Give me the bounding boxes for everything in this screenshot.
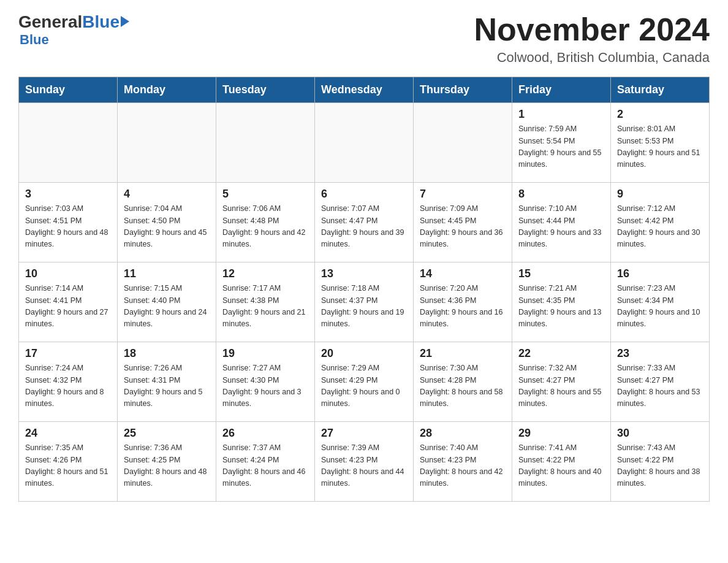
day-info: Sunrise: 7:27 AM Sunset: 4:30 PM Dayligh… bbox=[222, 362, 308, 410]
week-row-1: 1Sunrise: 7:59 AM Sunset: 5:54 PM Daylig… bbox=[19, 103, 710, 183]
logo-triangle-icon bbox=[121, 16, 129, 27]
title-block: November 2024 Colwood, British Columbia,… bbox=[474, 12, 710, 66]
day-number: 17 bbox=[25, 347, 111, 360]
day-number: 30 bbox=[617, 427, 703, 440]
calendar-table: SundayMondayTuesdayWednesdayThursdayFrid… bbox=[18, 77, 710, 502]
day-info: Sunrise: 7:59 AM Sunset: 5:54 PM Dayligh… bbox=[518, 123, 604, 171]
calendar-cell: 5Sunrise: 7:06 AM Sunset: 4:48 PM Daylig… bbox=[216, 183, 315, 262]
logo: General Blue Blue bbox=[18, 12, 129, 48]
calendar-cell: 30Sunrise: 7:43 AM Sunset: 4:22 PM Dayli… bbox=[611, 422, 710, 502]
day-info: Sunrise: 7:29 AM Sunset: 4:29 PM Dayligh… bbox=[321, 362, 407, 410]
day-info: Sunrise: 7:14 AM Sunset: 4:41 PM Dayligh… bbox=[25, 283, 111, 331]
calendar-cell bbox=[216, 103, 315, 183]
calendar-cell bbox=[19, 103, 118, 183]
calendar-cell: 26Sunrise: 7:37 AM Sunset: 4:24 PM Dayli… bbox=[216, 422, 315, 502]
day-info: Sunrise: 7:09 AM Sunset: 4:45 PM Dayligh… bbox=[420, 203, 506, 251]
day-number: 11 bbox=[124, 267, 210, 280]
calendar-header-saturday: Saturday bbox=[611, 77, 710, 103]
day-number: 22 bbox=[518, 347, 604, 360]
calendar-cell: 20Sunrise: 7:29 AM Sunset: 4:29 PM Dayli… bbox=[315, 342, 414, 422]
calendar-cell: 10Sunrise: 7:14 AM Sunset: 4:41 PM Dayli… bbox=[19, 262, 118, 342]
day-number: 10 bbox=[25, 267, 111, 280]
calendar-cell: 4Sunrise: 7:04 AM Sunset: 4:50 PM Daylig… bbox=[118, 183, 216, 262]
day-number: 25 bbox=[124, 427, 210, 440]
calendar-cell: 25Sunrise: 7:36 AM Sunset: 4:25 PM Dayli… bbox=[118, 422, 216, 502]
day-number: 9 bbox=[617, 188, 703, 201]
calendar-cell: 1Sunrise: 7:59 AM Sunset: 5:54 PM Daylig… bbox=[512, 103, 611, 183]
week-row-3: 10Sunrise: 7:14 AM Sunset: 4:41 PM Dayli… bbox=[19, 262, 710, 342]
day-info: Sunrise: 7:35 AM Sunset: 4:26 PM Dayligh… bbox=[25, 442, 111, 490]
day-number: 1 bbox=[518, 108, 604, 121]
calendar-cell: 8Sunrise: 7:10 AM Sunset: 4:44 PM Daylig… bbox=[512, 183, 611, 262]
day-info: Sunrise: 7:30 AM Sunset: 4:28 PM Dayligh… bbox=[420, 362, 506, 410]
day-number: 14 bbox=[420, 267, 506, 280]
calendar-cell: 3Sunrise: 7:03 AM Sunset: 4:51 PM Daylig… bbox=[19, 183, 118, 262]
day-info: Sunrise: 7:03 AM Sunset: 4:51 PM Dayligh… bbox=[25, 203, 111, 251]
calendar-cell: 21Sunrise: 7:30 AM Sunset: 4:28 PM Dayli… bbox=[414, 342, 512, 422]
day-number: 8 bbox=[518, 188, 604, 201]
calendar-cell: 11Sunrise: 7:15 AM Sunset: 4:40 PM Dayli… bbox=[118, 262, 216, 342]
day-number: 7 bbox=[420, 188, 506, 201]
day-info: Sunrise: 7:23 AM Sunset: 4:34 PM Dayligh… bbox=[617, 283, 703, 331]
day-info: Sunrise: 7:18 AM Sunset: 4:37 PM Dayligh… bbox=[321, 283, 407, 331]
calendar-header-thursday: Thursday bbox=[414, 77, 512, 103]
calendar-cell: 23Sunrise: 7:33 AM Sunset: 4:27 PM Dayli… bbox=[611, 342, 710, 422]
logo-general: General bbox=[18, 12, 82, 32]
day-info: Sunrise: 7:07 AM Sunset: 4:47 PM Dayligh… bbox=[321, 203, 407, 251]
calendar-cell: 29Sunrise: 7:41 AM Sunset: 4:22 PM Dayli… bbox=[512, 422, 611, 502]
page-header: General Blue Blue November 2024 Colwood,… bbox=[18, 12, 710, 66]
calendar-cell: 15Sunrise: 7:21 AM Sunset: 4:35 PM Dayli… bbox=[512, 262, 611, 342]
day-info: Sunrise: 7:12 AM Sunset: 4:42 PM Dayligh… bbox=[617, 203, 703, 251]
day-number: 5 bbox=[222, 188, 308, 201]
logo-subtitle: Blue bbox=[20, 32, 49, 48]
calendar-cell bbox=[414, 103, 512, 183]
day-info: Sunrise: 7:10 AM Sunset: 4:44 PM Dayligh… bbox=[518, 203, 604, 251]
day-info: Sunrise: 7:39 AM Sunset: 4:23 PM Dayligh… bbox=[321, 442, 407, 490]
calendar-cell: 16Sunrise: 7:23 AM Sunset: 4:34 PM Dayli… bbox=[611, 262, 710, 342]
day-number: 15 bbox=[518, 267, 604, 280]
day-info: Sunrise: 7:26 AM Sunset: 4:31 PM Dayligh… bbox=[124, 362, 210, 410]
calendar-cell: 12Sunrise: 7:17 AM Sunset: 4:38 PM Dayli… bbox=[216, 262, 315, 342]
day-info: Sunrise: 7:41 AM Sunset: 4:22 PM Dayligh… bbox=[518, 442, 604, 490]
calendar-cell: 22Sunrise: 7:32 AM Sunset: 4:27 PM Dayli… bbox=[512, 342, 611, 422]
calendar-cell: 19Sunrise: 7:27 AM Sunset: 4:30 PM Dayli… bbox=[216, 342, 315, 422]
day-number: 13 bbox=[321, 267, 407, 280]
day-info: Sunrise: 7:40 AM Sunset: 4:23 PM Dayligh… bbox=[420, 442, 506, 490]
day-info: Sunrise: 7:36 AM Sunset: 4:25 PM Dayligh… bbox=[124, 442, 210, 490]
calendar-header-wednesday: Wednesday bbox=[315, 77, 414, 103]
day-number: 18 bbox=[124, 347, 210, 360]
week-row-5: 24Sunrise: 7:35 AM Sunset: 4:26 PM Dayli… bbox=[19, 422, 710, 502]
day-info: Sunrise: 7:37 AM Sunset: 4:24 PM Dayligh… bbox=[222, 442, 308, 490]
day-number: 26 bbox=[222, 427, 308, 440]
day-info: Sunrise: 7:43 AM Sunset: 4:22 PM Dayligh… bbox=[617, 442, 703, 490]
day-number: 27 bbox=[321, 427, 407, 440]
day-number: 19 bbox=[222, 347, 308, 360]
calendar-cell: 18Sunrise: 7:26 AM Sunset: 4:31 PM Dayli… bbox=[118, 342, 216, 422]
calendar-cell: 27Sunrise: 7:39 AM Sunset: 4:23 PM Dayli… bbox=[315, 422, 414, 502]
day-number: 3 bbox=[25, 188, 111, 201]
calendar-cell: 24Sunrise: 7:35 AM Sunset: 4:26 PM Dayli… bbox=[19, 422, 118, 502]
month-title: November 2024 bbox=[474, 12, 710, 47]
calendar-cell: 13Sunrise: 7:18 AM Sunset: 4:37 PM Dayli… bbox=[315, 262, 414, 342]
logo-blue-text: Blue bbox=[82, 12, 119, 32]
week-row-2: 3Sunrise: 7:03 AM Sunset: 4:51 PM Daylig… bbox=[19, 183, 710, 262]
calendar-cell: 6Sunrise: 7:07 AM Sunset: 4:47 PM Daylig… bbox=[315, 183, 414, 262]
calendar-header-monday: Monday bbox=[118, 77, 216, 103]
day-number: 28 bbox=[420, 427, 506, 440]
day-info: Sunrise: 8:01 AM Sunset: 5:53 PM Dayligh… bbox=[617, 123, 703, 171]
day-number: 29 bbox=[518, 427, 604, 440]
calendar-header-row: SundayMondayTuesdayWednesdayThursdayFrid… bbox=[19, 77, 710, 103]
day-info: Sunrise: 7:15 AM Sunset: 4:40 PM Dayligh… bbox=[124, 283, 210, 331]
day-number: 2 bbox=[617, 108, 703, 121]
day-info: Sunrise: 7:04 AM Sunset: 4:50 PM Dayligh… bbox=[124, 203, 210, 251]
week-row-4: 17Sunrise: 7:24 AM Sunset: 4:32 PM Dayli… bbox=[19, 342, 710, 422]
day-number: 20 bbox=[321, 347, 407, 360]
calendar-cell bbox=[315, 103, 414, 183]
calendar-header-friday: Friday bbox=[512, 77, 611, 103]
day-info: Sunrise: 7:33 AM Sunset: 4:27 PM Dayligh… bbox=[617, 362, 703, 410]
calendar-cell: 7Sunrise: 7:09 AM Sunset: 4:45 PM Daylig… bbox=[414, 183, 512, 262]
calendar-cell bbox=[118, 103, 216, 183]
day-number: 6 bbox=[321, 188, 407, 201]
day-number: 21 bbox=[420, 347, 506, 360]
day-info: Sunrise: 7:21 AM Sunset: 4:35 PM Dayligh… bbox=[518, 283, 604, 331]
